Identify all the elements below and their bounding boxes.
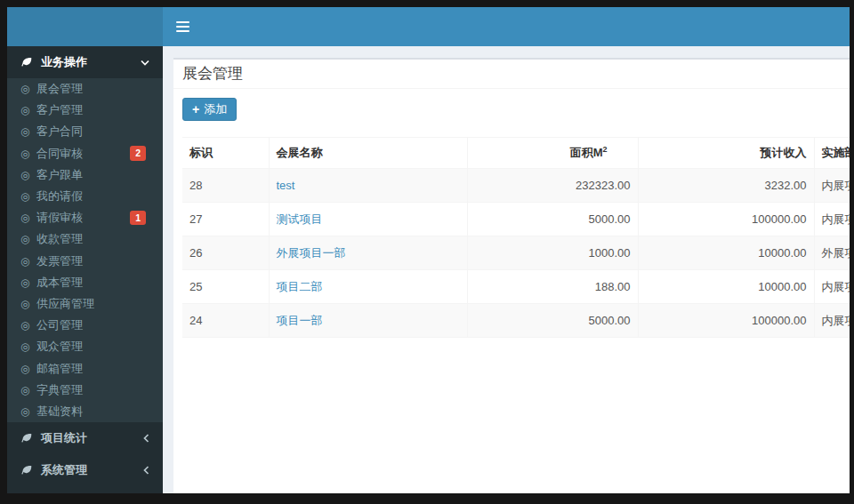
dept-cell: 内展项目 (814, 203, 850, 236)
sidebar-section-label: 系统管理 (41, 464, 87, 476)
area-cell: 232323.00 (467, 169, 638, 203)
leaf-icon (20, 432, 33, 444)
exhibition-link[interactable]: 项目一部 (277, 314, 323, 327)
chevron-left-icon (143, 434, 149, 443)
exhibition-link[interactable]: test (277, 179, 295, 192)
leaf-icon (20, 56, 33, 68)
circle-dot-icon: ◎ (20, 170, 36, 180)
exhibition-table: 标识会展名称面积M2预计收入实施部门 28test232323.003232.0… (182, 137, 850, 338)
area-cell: 5000.00 (467, 203, 638, 236)
table-row: 25项目二部188.0010000.00内展项目 (182, 270, 850, 304)
circle-dot-icon: ◎ (20, 320, 36, 331)
name-cell: 项目一部 (269, 304, 467, 338)
income-cell: 100000.00 (638, 304, 814, 338)
sidebar-item-label: 展会管理 (36, 81, 83, 97)
logo-area[interactable] (7, 7, 163, 46)
sidebar-item-label: 公司管理 (36, 317, 83, 333)
area-cell: 1000.00 (467, 236, 638, 270)
sidebar-submenu: ◎展会管理◎客户管理◎客户合同◎合同审核2◎客户跟单◎我的请假◎请假审核1◎收款… (7, 78, 163, 422)
sidebar-item[interactable]: ◎供应商管理 (7, 293, 163, 315)
income-cell: 100000.00 (638, 203, 814, 236)
column-header[interactable]: 实施部门 (814, 138, 850, 169)
content-wrapper: 展会管理 + 添加 标识会展名称面积M2预计收入实施部门 28test23232… (163, 46, 850, 493)
exhibition-link[interactable]: 外展项目一部 (277, 246, 346, 260)
circle-dot-icon: ◎ (20, 126, 36, 137)
circle-dot-icon: ◎ (20, 212, 36, 223)
id-cell: 28 (182, 169, 269, 203)
sidebar-section-label: 项目统计 (41, 432, 87, 444)
circle-dot-icon: ◎ (20, 385, 36, 396)
table-row: 24项目一部5000.00100000.00内展项目 (182, 304, 850, 338)
sidebar-section-header[interactable]: 业务操作 (7, 46, 163, 78)
sidebar-item-label: 我的请假 (36, 188, 83, 204)
income-cell: 10000.00 (638, 270, 814, 304)
sidebar-item-label: 客户跟单 (36, 167, 83, 183)
sidebar-item[interactable]: ◎基础资料 (7, 401, 163, 422)
chevron-left-icon (143, 466, 149, 475)
sidebar-section-header[interactable]: 系统管理 (7, 454, 163, 486)
panel-body: + 添加 标识会展名称面积M2预计收入实施部门 28test232323.003… (173, 89, 850, 347)
name-cell: 测试项目 (269, 203, 467, 236)
exhibition-link[interactable]: 项目二部 (277, 280, 323, 293)
notification-badge: 1 (130, 211, 146, 226)
sidebar-item-label: 邮箱管理 (36, 361, 83, 377)
page-title: 展会管理 (182, 65, 841, 83)
sidebar-section-header[interactable]: 项目统计 (7, 422, 163, 454)
sidebar-item-label: 观众管理 (36, 339, 83, 355)
app-window: 业务操作◎展会管理◎客户管理◎客户合同◎合同审核2◎客户跟单◎我的请假◎请假审核… (7, 7, 850, 493)
exhibition-link[interactable]: 测试项目 (277, 212, 323, 226)
id-cell: 27 (182, 203, 269, 236)
sidebar: 业务操作◎展会管理◎客户管理◎客户合同◎合同审核2◎客户跟单◎我的请假◎请假审核… (7, 7, 163, 493)
sidebar-item[interactable]: ◎我的请假 (7, 186, 163, 207)
column-header[interactable]: 预计收入 (638, 138, 814, 169)
name-cell: test (269, 169, 467, 203)
name-cell: 外展项目一部 (269, 236, 467, 270)
column-header[interactable]: 标识 (182, 138, 269, 169)
table-row: 28test232323.003232.00内展项目 (182, 169, 850, 203)
area-cell: 5000.00 (467, 304, 638, 338)
circle-dot-icon: ◎ (20, 256, 36, 267)
hamburger-icon[interactable] (163, 7, 203, 46)
dept-cell: 内展项目 (814, 270, 850, 304)
sidebar-item-label: 合同审核 (36, 146, 83, 162)
sidebar-item[interactable]: ◎公司管理 (7, 315, 163, 336)
sidebar-item[interactable]: ◎请假审核1 (7, 207, 163, 228)
column-header[interactable]: 面积M2 (467, 138, 638, 169)
chevron-down-icon (141, 60, 149, 66)
circle-dot-icon: ◎ (20, 234, 36, 244)
column-header[interactable]: 会展名称 (269, 138, 467, 169)
sidebar-item[interactable]: ◎合同审核2 (7, 143, 163, 164)
sidebar-item[interactable]: ◎收款管理 (7, 228, 163, 250)
panel-header: 展会管理 (173, 60, 850, 89)
circle-dot-icon: ◎ (20, 148, 36, 159)
sidebar-menu: 业务操作◎展会管理◎客户管理◎客户合同◎合同审核2◎客户跟单◎我的请假◎请假审核… (7, 46, 163, 486)
add-button[interactable]: + 添加 (182, 98, 237, 121)
column-header-label: 面积M (570, 146, 603, 159)
sidebar-item[interactable]: ◎观众管理 (7, 336, 163, 357)
add-button-label: 添加 (204, 102, 227, 116)
sidebar-item-label: 发票管理 (36, 253, 83, 269)
table-body: 28test232323.003232.00内展项目27测试项目5000.001… (182, 169, 850, 338)
column-header-superscript: 2 (602, 145, 607, 154)
sidebar-item[interactable]: ◎成本管理 (7, 272, 163, 293)
name-cell: 项目二部 (269, 270, 467, 304)
table-row: 27测试项目5000.00100000.00内展项目 (182, 203, 850, 236)
column-header-label: 标识 (189, 146, 213, 159)
top-navbar (163, 7, 850, 46)
table-header: 标识会展名称面积M2预计收入实施部门 (182, 138, 850, 169)
sidebar-item[interactable]: ◎字典管理 (7, 380, 163, 401)
dept-cell: 外展项目 (814, 236, 850, 270)
sidebar-section-label: 业务操作 (41, 56, 87, 68)
leaf-icon (20, 464, 33, 476)
circle-dot-icon: ◎ (20, 406, 36, 417)
sidebar-item-label: 客户管理 (36, 102, 83, 118)
sidebar-item[interactable]: ◎展会管理 (7, 78, 163, 100)
sidebar-item[interactable]: ◎客户管理 (7, 100, 163, 121)
sidebar-item[interactable]: ◎发票管理 (7, 251, 163, 272)
sidebar-item[interactable]: ◎邮箱管理 (7, 357, 163, 379)
sidebar-item[interactable]: ◎客户合同 (7, 121, 163, 142)
table-row: 26外展项目一部1000.0010000.00外展项目 (182, 236, 850, 270)
dept-cell: 内展项目 (814, 169, 850, 203)
sidebar-item[interactable]: ◎客户跟单 (7, 164, 163, 186)
dept-cell: 内展项目 (814, 304, 850, 338)
